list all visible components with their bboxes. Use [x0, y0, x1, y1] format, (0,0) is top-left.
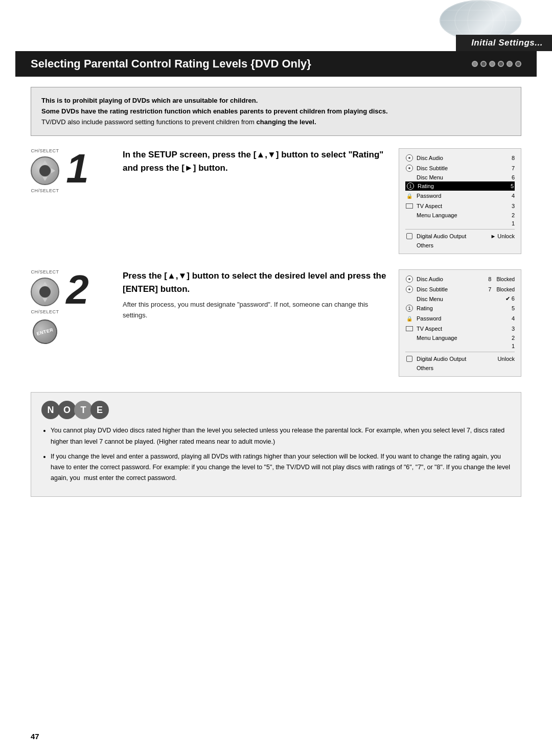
- ch-select-bottom-2: CH/SELECT: [31, 309, 59, 314]
- dot-2: [480, 61, 487, 67]
- menu-row-tv-aspect-1: TV Aspect 3: [405, 201, 515, 211]
- disc-subtitle-icon: [405, 164, 413, 172]
- nav-inner-circle: [39, 165, 51, 176]
- menu-row-disc-audio-1: Disc Audio 8: [405, 153, 515, 163]
- menu-row-password-1: 🔒 Password 4: [405, 191, 515, 201]
- step-1-instruction: In the SETUP screen, press the [▲,▼] but…: [123, 148, 388, 174]
- enter-button: ENTER: [30, 317, 60, 347]
- nav-inner-circle-2: [39, 286, 51, 297]
- arrow-up-icon-2: [42, 282, 48, 286]
- nav-button-step1: [31, 156, 59, 185]
- note-letter-t: T: [74, 401, 93, 419]
- menu-row-disc-subtitle-2: Disc Subtitle 7 Blocked: [405, 284, 515, 294]
- menu-box-step1: Disc Audio 8 Disc Subtitle 7 Disc Menu 6…: [399, 148, 521, 254]
- note-text: You cannot play DVD video discs rated hi…: [41, 425, 511, 484]
- tv-aspect-icon-2: [405, 325, 413, 333]
- step-1-menu: Disc Audio 8 Disc Subtitle 7 Disc Menu 6…: [399, 148, 521, 254]
- main-content: This is to prohibit playing of DVDs whic…: [0, 77, 552, 512]
- menu-row-disc-menu-2: Disc Menu ✔ 6: [405, 294, 515, 303]
- menu-row-empty-2: 1: [405, 342, 515, 350]
- menu-row-disc-audio-2: Disc Audio 8 Blocked: [405, 274, 515, 284]
- arrow-down-icon: [42, 177, 48, 181]
- page-number: 47: [31, 732, 39, 741]
- step-1-area: CH/SELECT CH/SELECT 1 In the SETUP scree…: [31, 148, 521, 254]
- menu-row-menu-language-1: Menu Language 2: [405, 211, 515, 219]
- digital-audio-icon: [405, 232, 413, 240]
- intro-box: This is to prohibit playing of DVDs whic…: [31, 87, 521, 136]
- menu-row-disc-subtitle-1: Disc Subtitle 7: [405, 163, 515, 173]
- intro-line-2: Some DVDs have the rating restriction fu…: [41, 106, 511, 117]
- arrow-up-icon: [42, 161, 48, 165]
- menu-divider-1: [405, 229, 515, 230]
- ch-select-top-2: CH/SELECT: [31, 269, 59, 274]
- step-2-subtext: After this process, you must designate "…: [123, 300, 388, 321]
- note-letter-e: E: [90, 401, 109, 419]
- step-2-number: 2: [63, 269, 91, 310]
- password-icon-2: 🔒: [405, 314, 413, 323]
- menu-row-digital-audio-2: Digital Audio Output Unlock: [405, 354, 515, 364]
- dot-6: [515, 61, 521, 67]
- step-2-content: Press the [▲,▼] button to select the des…: [118, 269, 388, 321]
- step-1-number: 1: [63, 148, 91, 189]
- enter-label: ENTER: [36, 327, 54, 336]
- arrow-down-icon-2: [42, 298, 48, 302]
- ch-select-top-1: CH/SELECT: [31, 148, 59, 153]
- menu-row-tv-aspect-2: TV Aspect 3: [405, 324, 515, 334]
- disc-subtitle-icon-2: [405, 285, 413, 293]
- menu-row-others-1: Others: [405, 241, 515, 249]
- initial-settings-label: Initial Settings...: [471, 38, 543, 48]
- menu-row-rating-2: 1 Rating 5: [405, 303, 515, 313]
- page-title-bar: Selecting Parental Control Rating Levels…: [15, 51, 537, 77]
- menu-row-others-2: Others: [405, 364, 515, 372]
- page-title: Selecting Parental Control Rating Levels…: [31, 57, 311, 71]
- menu-row-digital-audio-1: Digital Audio Output ► Unlock: [405, 231, 515, 241]
- note-bullet-2: If you change the level and enter a pass…: [51, 451, 511, 484]
- header: Initial Settings...: [0, 0, 552, 51]
- step-1-content: In the SETUP screen, press the [▲,▼] but…: [118, 148, 388, 178]
- password-icon: 🔒: [405, 192, 413, 200]
- rating-icon: 1: [406, 182, 415, 190]
- note-bullet-1: You cannot play DVD video discs rated hi…: [51, 425, 511, 447]
- ch-select-bottom-1: CH/SELECT: [31, 188, 59, 193]
- tv-aspect-icon: [405, 202, 413, 210]
- disc-icon-1: [406, 154, 413, 162]
- digital-audio-icon-2: [405, 355, 413, 363]
- step-2-area: CH/SELECT CH/SELECT ENTER 2 Press the [▲…: [31, 269, 521, 377]
- arrow-right-icon: [51, 168, 55, 173]
- dot-3: [489, 61, 495, 67]
- menu-divider-2: [405, 352, 515, 352]
- note-header: N O T E: [41, 401, 511, 419]
- menu-row-rating-1: 1 Rating 5: [405, 181, 515, 191]
- disc-audio-icon-2: [405, 275, 413, 283]
- disc-audio-icon: [405, 154, 413, 162]
- menu-row-menu-language-2: Menu Language 2: [405, 334, 515, 342]
- dot-4: [498, 61, 504, 67]
- dot-5: [507, 61, 513, 67]
- menu-box-step2: Disc Audio 8 Blocked Disc Subtitle 7 Blo…: [399, 269, 521, 377]
- note-letter-n: N: [41, 401, 60, 419]
- menu-row-password-2: 🔒 Password 4: [405, 313, 515, 324]
- note-letter-o: O: [58, 401, 76, 419]
- step-2-menu: Disc Audio 8 Blocked Disc Subtitle 7 Blo…: [399, 269, 521, 377]
- menu-row-empty-1: 1: [405, 219, 515, 227]
- disc-icon-2: [406, 165, 413, 172]
- rating-icon-2: 1: [405, 304, 413, 312]
- title-dots: [472, 61, 521, 67]
- menu-row-disc-menu-1: Disc Menu 6: [405, 173, 515, 181]
- intro-line-3: TV/DVD also include password setting fun…: [41, 117, 511, 128]
- intro-line-1: This is to prohibit playing of DVDs whic…: [41, 96, 511, 106]
- initial-settings-bar: Initial Settings...: [456, 35, 552, 51]
- note-section: N O T E You cannot play DVD video discs …: [31, 392, 521, 496]
- nav-button-step2: [31, 278, 59, 306]
- dot-1: [472, 61, 478, 67]
- step-2-instruction: Press the [▲,▼] button to select the des…: [123, 269, 388, 295]
